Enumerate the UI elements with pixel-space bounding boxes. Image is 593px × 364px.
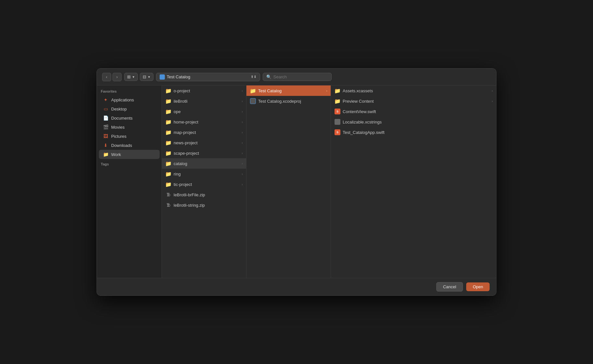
swift-icon: S (334, 129, 341, 136)
file-columns: 📁 o-project › 📁 ileBrotli › 📁 ope › 📁 ho… (162, 85, 496, 278)
cancel-button[interactable]: Cancel (436, 282, 463, 292)
location-bar[interactable]: Test Catalog ⬆⬇ (156, 73, 260, 81)
folder-icon: 📁 (165, 87, 172, 94)
file-column-1: 📁 o-project › 📁 ileBrotli › 📁 ope › 📁 ho… (162, 85, 246, 278)
toolbar: ‹ › ⊞ ▼ ⊟ ▼ Test Catalog ⬆⬇ 🔍 (97, 69, 496, 85)
folder-icon: 📁 (165, 181, 172, 188)
list-item[interactable]: 📁 home-project › (162, 117, 246, 127)
file-column-2: 📁 Test Catalog › Test Catalog.xcodeproj (246, 85, 331, 278)
chevron-right-icon: › (242, 99, 243, 103)
sidebar-item-applications[interactable]: ✦ Applications (99, 95, 160, 104)
xcstrings-icon (334, 119, 341, 125)
zip-icon: 🗜 (165, 202, 172, 208)
favorites-label: Favorites (97, 89, 162, 95)
sidebar-item-label: Downloads (111, 143, 132, 148)
sidebar-item-movies[interactable]: 🎬 Movies (99, 123, 160, 132)
folder-icon: 📁 (165, 160, 172, 167)
desktop-icon: ▭ (103, 106, 109, 112)
folder-icon: 📁 (250, 87, 256, 94)
work-icon: 📁 (103, 151, 109, 157)
location-folder-icon (160, 74, 165, 80)
chevron-right-icon: › (326, 89, 327, 93)
list-item[interactable]: 📁 scape-project › (162, 148, 246, 158)
sidebar-item-label: Applications (111, 98, 134, 102)
list-item[interactable]: Test Catalog.xcodeproj (246, 96, 331, 106)
chevron-right-icon: › (242, 89, 243, 93)
icons-icon: ⊟ (143, 74, 146, 79)
file-column-3: 📁 Assets.xcassets › 📁 Preview Content › … (331, 85, 496, 278)
file-open-dialog: ‹ › ⊞ ▼ ⊟ ▼ Test Catalog ⬆⬇ 🔍 Favorites (97, 68, 496, 296)
list-item[interactable]: 📁 ileBrotli › (162, 96, 246, 106)
swift-icon: S (334, 108, 341, 115)
downloads-icon: ⬇ (103, 142, 109, 148)
location-text: Test Catalog (167, 74, 249, 79)
list-item[interactable]: 🗜 leBrotli-string.zip (162, 200, 246, 210)
content-area: Favorites ✦ Applications ▭ Desktop 📄 Doc… (97, 85, 496, 278)
list-item[interactable]: 📁 news-project › (162, 137, 246, 148)
view-columns-button[interactable]: ⊞ ▼ (124, 73, 138, 81)
sidebar-item-downloads[interactable]: ⬇ Downloads (99, 141, 160, 150)
chevron-right-icon: › (492, 99, 493, 103)
list-item[interactable]: 📁 tic-project › (162, 179, 246, 189)
chevron-right-icon: › (242, 162, 243, 165)
folder-icon: 📁 (165, 150, 172, 156)
sidebar: Favorites ✦ Applications ▭ Desktop 📄 Doc… (97, 85, 162, 278)
folder-icon: 📁 (165, 171, 172, 177)
chevron-right-icon: › (242, 130, 243, 134)
search-box[interactable]: 🔍 (263, 73, 332, 81)
list-item[interactable]: 📁 map-project › (162, 127, 246, 137)
chevron-right-icon: › (242, 172, 243, 176)
xcodeproj-icon (250, 98, 256, 104)
zip-icon: 🗜 (165, 191, 172, 198)
folder-icon: 📁 (165, 108, 172, 115)
folder-icon: 📁 (334, 98, 341, 104)
open-button[interactable]: Open (466, 282, 490, 291)
list-item[interactable]: 🗜 leBrotli-brFile.zip (162, 189, 246, 200)
list-item[interactable]: 📁 o-project › (162, 85, 246, 96)
list-item[interactable]: S Test_CatalogApp.swift (331, 127, 496, 137)
chevron-right-icon: › (492, 89, 493, 93)
folder-icon: 📁 (165, 98, 172, 104)
chevron-right-icon: › (242, 182, 243, 186)
columns-icon: ⊞ (127, 74, 131, 79)
view-toggle: ⊞ ▼ ⊟ ▼ (124, 73, 153, 81)
list-item[interactable]: 📁 catalog › (162, 158, 246, 169)
folder-icon: 📁 (165, 139, 172, 146)
tags-label: Tags (97, 159, 162, 167)
chevron-right-icon: › (242, 151, 243, 155)
chevron-right-icon: › (242, 120, 243, 124)
sidebar-item-work[interactable]: 📁 Work (99, 150, 160, 159)
sidebar-item-label: Movies (111, 125, 125, 130)
pictures-icon: 🖼 (103, 133, 109, 139)
sidebar-item-documents[interactable]: 📄 Documents (99, 113, 160, 123)
chevron-right-icon: › (242, 141, 243, 145)
sidebar-item-label: Desktop (111, 107, 127, 111)
back-button[interactable]: ‹ (102, 73, 111, 81)
search-input[interactable] (273, 74, 328, 79)
movies-icon: 🎬 (103, 124, 109, 130)
sidebar-item-label: Pictures (111, 134, 126, 139)
chevron-right-icon: › (242, 110, 243, 113)
list-item[interactable]: S ContentView.swift (331, 106, 496, 117)
list-item[interactable]: 📁 Assets.xcassets › (331, 85, 496, 96)
nav-buttons: ‹ › (102, 73, 122, 81)
list-item[interactable]: Localizable.xcstrings (331, 117, 496, 127)
bottom-bar: Cancel Open (97, 278, 496, 295)
folder-icon: 📁 (165, 129, 172, 136)
view-icons-button[interactable]: ⊟ ▼ (140, 73, 153, 81)
search-icon: 🔍 (266, 74, 271, 79)
sidebar-item-pictures[interactable]: 🖼 Pictures (99, 132, 160, 141)
sidebar-item-desktop[interactable]: ▭ Desktop (99, 104, 160, 113)
location-stepper-icon: ⬆⬇ (251, 75, 257, 79)
list-item[interactable]: 📁 ope › (162, 106, 246, 117)
columns-dropdown-icon: ▼ (132, 75, 135, 79)
folder-icon: 📁 (165, 119, 172, 125)
folder-icon: 📁 (334, 87, 341, 94)
icons-dropdown-icon: ▼ (148, 75, 151, 79)
forward-button[interactable]: › (112, 73, 122, 81)
applications-icon: ✦ (103, 97, 109, 103)
list-item[interactable]: 📁 Test Catalog › (246, 85, 331, 96)
list-item[interactable]: 📁 Preview Content › (331, 96, 496, 106)
sidebar-item-label: Work (111, 152, 121, 157)
list-item[interactable]: 📁 ring › (162, 169, 246, 179)
